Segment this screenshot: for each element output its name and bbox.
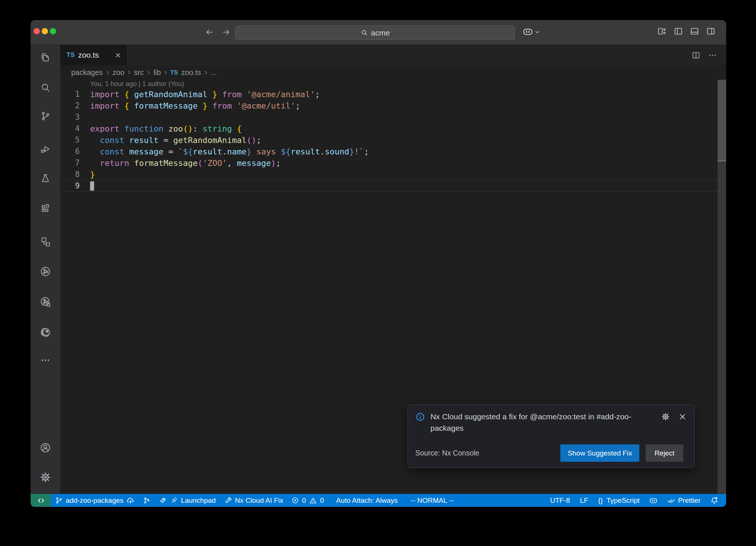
launchpad-item[interactable]: Launchpad	[155, 494, 220, 507]
errors-icon	[291, 496, 299, 504]
notification-toast: Nx Cloud suggested a fix for @acme/zoo:t…	[408, 405, 695, 468]
title-bar: acme	[31, 20, 726, 45]
formatter-item[interactable]: Prettier	[662, 494, 705, 507]
vim-mode-label: -- NORMAL --	[410, 496, 453, 505]
reject-button[interactable]: Reject	[646, 444, 683, 462]
nx-cloud-fix-item[interactable]: Nx Cloud AI Fix	[220, 494, 287, 507]
forward-arrow-icon[interactable]	[219, 25, 234, 40]
extensions-icon[interactable]	[39, 202, 51, 214]
settings-gear-icon[interactable]	[39, 471, 51, 483]
editor-scrollbar-thumb[interactable]	[718, 80, 726, 161]
editor-more-actions-icon[interactable]	[708, 51, 717, 60]
language-label: TypeScript	[606, 496, 640, 505]
split-editor-icon[interactable]	[691, 51, 701, 60]
search-sidebar-icon[interactable]	[39, 82, 51, 93]
account-icon[interactable]	[39, 442, 51, 454]
remote-icon	[37, 496, 45, 505]
line-content: export function zoo(): string {	[80, 123, 242, 134]
run-debug-icon[interactable]	[39, 143, 51, 155]
copilot-status-item[interactable]	[644, 494, 662, 507]
code-line-6[interactable]: 6 const message = `${result.name} says $…	[61, 146, 718, 157]
line-content: }	[80, 169, 95, 180]
cloud-upload-icon	[126, 496, 135, 505]
chevron-right-icon: ›	[164, 68, 167, 76]
code-line-8[interactable]: 8}	[61, 169, 718, 180]
notifications-bell-item[interactable]	[705, 494, 720, 507]
line-number: 8	[61, 169, 80, 180]
back-arrow-icon[interactable]	[202, 25, 217, 40]
tab-label: zoo.ts	[78, 51, 111, 59]
line-content	[80, 180, 94, 192]
code-line-3[interactable]: 3	[61, 112, 718, 123]
language-mode-item[interactable]: {} TypeScript	[592, 494, 643, 507]
copilot-menu-button[interactable]	[522, 26, 540, 37]
eol-item[interactable]: LF	[574, 494, 592, 507]
auto-attach-item[interactable]: Auto Attach: Always	[328, 494, 402, 507]
source-control-graph-item[interactable]	[139, 494, 155, 507]
git-blame-annotation: You, 1 hour ago | 1 author (You)	[90, 80, 184, 88]
close-tab-icon[interactable]	[114, 51, 122, 59]
line-number: 1	[61, 89, 80, 100]
explorer-icon[interactable]	[39, 51, 51, 63]
code-line-2[interactable]: 2import { formatMessage } from '@acme/ut…	[61, 100, 718, 112]
traffic-lights	[34, 28, 56, 34]
notification-message: Nx Cloud suggested a fix for @acme/zoo:t…	[430, 411, 656, 434]
toggle-panel-icon[interactable]	[690, 26, 700, 36]
wrench-icon	[224, 496, 232, 505]
activity-bar	[31, 45, 61, 494]
show-suggested-fix-button[interactable]: Show Suggested Fix	[560, 444, 639, 462]
breadcrumb-item-src[interactable]: src	[134, 68, 144, 77]
command-center-text: acme	[371, 28, 390, 37]
close-window-button[interactable]	[34, 28, 40, 34]
nx-console-icon[interactable]	[39, 236, 51, 248]
toggle-secondary-sidebar-icon[interactable]	[706, 26, 716, 36]
git-branch-icon	[55, 496, 63, 504]
breadcrumb-item-packages[interactable]: packages	[71, 68, 103, 77]
command-center-search[interactable]: acme	[235, 25, 515, 40]
code-line-5[interactable]: 5 const result = getRandomAnimal();	[61, 134, 718, 146]
more-views-icon[interactable]	[39, 354, 51, 366]
vim-mode-item[interactable]: -- NORMAL --	[402, 494, 457, 507]
chevron-right-icon: ›	[147, 68, 150, 76]
errors-count: 0	[302, 496, 306, 505]
line-content	[80, 112, 90, 123]
code-line-7[interactable]: 7 return formatMessage('ZOO', message);	[61, 157, 718, 169]
remote-indicator[interactable]	[31, 494, 51, 507]
notification-close-icon[interactable]	[678, 412, 687, 421]
line-number: 4	[61, 123, 80, 134]
testing-icon[interactable]	[39, 172, 51, 184]
line-number: 6	[61, 146, 80, 157]
nx-cloud-fix-label: Nx Cloud AI Fix	[235, 496, 283, 505]
code-line-9[interactable]: 9	[61, 180, 718, 192]
problems-item[interactable]: 0 0	[287, 494, 328, 507]
code-line-4[interactable]: 4export function zoo(): string {	[61, 123, 718, 134]
minimize-window-button[interactable]	[42, 28, 48, 34]
line-content: const result = getRandomAnimal();	[80, 134, 261, 146]
typescript-file-icon: TS	[171, 69, 178, 76]
braces-glyph: {}	[598, 496, 603, 505]
git-branch-item[interactable]: add-zoo-packages	[51, 494, 139, 507]
toggle-primary-sidebar-icon[interactable]	[673, 26, 683, 36]
breadcrumb-item-zoo[interactable]: zoo	[113, 68, 124, 77]
typescript-file-icon: TS	[66, 51, 75, 59]
notification-settings-gear-icon[interactable]	[661, 412, 670, 421]
breadcrumb-overflow[interactable]: ...	[210, 68, 217, 77]
chevron-right-icon: ›	[106, 68, 109, 76]
zoom-window-button[interactable]	[50, 28, 56, 34]
nx-cloud-icon[interactable]	[39, 266, 51, 277]
double-check-icon	[667, 496, 676, 505]
notification-dot	[715, 497, 717, 499]
line-content: import { formatMessage } from '@acme/uti…	[80, 100, 300, 112]
tab-bar: TS zoo.ts	[61, 45, 726, 65]
tab-zoo-ts[interactable]: TS zoo.ts	[61, 45, 127, 65]
nx-cloud-inspect-icon[interactable]	[39, 296, 51, 308]
status-bar: add-zoo-packages Launchpad Nx Cloud AI F…	[31, 494, 726, 507]
line-number: 2	[61, 100, 80, 112]
source-control-icon[interactable]	[39, 110, 51, 122]
breadcrumb-item-lib[interactable]: lib	[154, 68, 161, 77]
edge-browser-icon[interactable]	[39, 327, 51, 338]
customize-layout-icon[interactable]	[657, 26, 667, 36]
encoding-item[interactable]: UTF-8	[546, 494, 574, 507]
code-line-1[interactable]: 1import { getRandomAnimal } from '@acme/…	[61, 89, 718, 100]
breadcrumb-item-file[interactable]: zoo.ts	[181, 68, 201, 77]
